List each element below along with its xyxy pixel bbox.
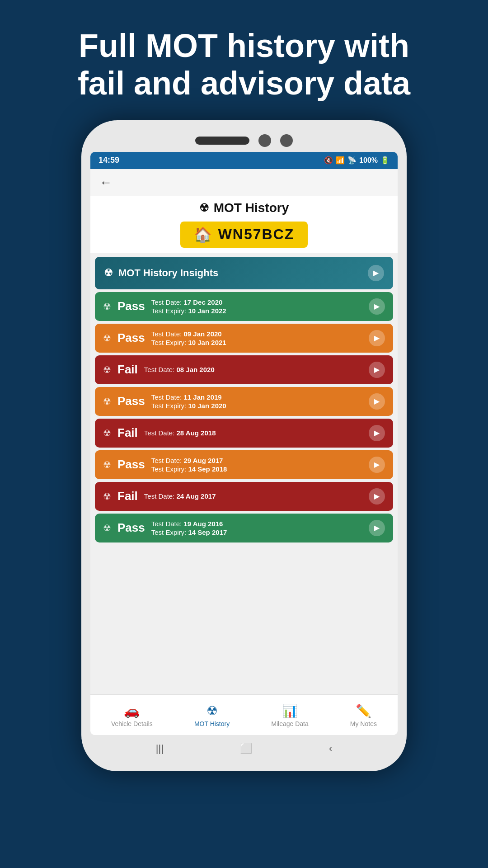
header-line2: fail and advisory data: [78, 65, 410, 102]
mot-radiation-icon-3: ☢: [103, 396, 111, 407]
mot-dates-2: Test Date: 08 Jan 2020: [144, 366, 215, 373]
nav-vehicle-details-label: Vehicle Details: [111, 720, 153, 727]
mot-dates-4: Test Date: 28 Aug 2018: [144, 429, 216, 437]
radiation-icon-title: ☢: [199, 202, 209, 214]
mot-test-date-4: Test Date: 28 Aug 2018: [144, 429, 216, 437]
mot-play-button-7[interactable]: ▶: [369, 520, 385, 536]
mot-expiry-0: Test Expiry: 10 Jan 2022: [151, 307, 226, 315]
recents-gesture[interactable]: ‹: [329, 743, 332, 755]
camera-dot: [258, 134, 271, 147]
phone-screen: 14:59 🔇 📶 📡 100% 🔋 ← ☢ MOT History: [90, 152, 398, 735]
mot-record-left-4: ☢FailTest Date: 28 Aug 2018: [103, 426, 216, 440]
signal-icon: 📡: [347, 156, 357, 165]
plate-area: 🏠 WN57BCZ: [90, 219, 398, 253]
mot-play-button-5[interactable]: ▶: [369, 457, 385, 473]
mot-result-3: Pass: [117, 394, 145, 408]
plate-icon: 🏠: [194, 226, 213, 243]
battery-icon: 🔋: [380, 156, 389, 165]
mot-record-7[interactable]: ☢PassTest Date: 19 Aug 2016Test Expiry: …: [95, 514, 393, 542]
plate-text: WN57BCZ: [218, 226, 295, 243]
phone-frame: 14:59 🔇 📶 📡 100% 🔋 ← ☢ MOT History: [81, 120, 407, 771]
mot-radiation-icon-7: ☢: [103, 523, 111, 533]
mot-result-1: Pass: [117, 331, 145, 345]
mot-test-date-0: Test Date: 17 Dec 2020: [151, 298, 226, 306]
status-bar: 14:59 🔇 📶 📡 100% 🔋: [90, 152, 398, 169]
mot-play-button-2[interactable]: ▶: [369, 362, 385, 378]
mot-record-left-0: ☢PassTest Date: 17 Dec 2020Test Expiry: …: [103, 298, 226, 315]
insights-text: MOT History Insights: [118, 267, 218, 279]
page-title: ☢ MOT History: [99, 201, 389, 215]
mot-test-date-3: Test Date: 11 Jan 2019: [151, 393, 226, 401]
mot-play-button-6[interactable]: ▶: [369, 488, 385, 505]
mot-result-5: Pass: [117, 458, 145, 472]
mot-radiation-icon-0: ☢: [103, 301, 111, 312]
mot-result-7: Pass: [117, 521, 145, 535]
mot-result-4: Fail: [117, 426, 138, 440]
mot-cards-container: ☢PassTest Date: 17 Dec 2020Test Expiry: …: [95, 292, 393, 542]
mot-record-2[interactable]: ☢FailTest Date: 08 Jan 2020▶: [95, 355, 393, 384]
wifi-icon: 📶: [336, 156, 345, 165]
mot-record-left-6: ☢FailTest Date: 24 Aug 2017: [103, 489, 216, 503]
mot-test-date-1: Test Date: 09 Jan 2020: [151, 330, 226, 338]
battery-label: 100%: [359, 156, 378, 165]
mot-play-button-1[interactable]: ▶: [369, 330, 385, 346]
mot-dates-0: Test Date: 17 Dec 2020Test Expiry: 10 Ja…: [151, 298, 226, 315]
vehicle-plate: 🏠 WN57BCZ: [180, 222, 308, 248]
nav-my-notes[interactable]: ✏️ My Notes: [350, 703, 377, 727]
mot-radiation-icon-6: ☢: [103, 491, 111, 502]
mot-result-2: Fail: [117, 363, 138, 377]
bottom-nav: 🚗 Vehicle Details ☢ MOT History 📊 Mileag…: [90, 694, 398, 735]
mot-test-date-5: Test Date: 29 Aug 2017: [151, 457, 227, 464]
mot-record-5[interactable]: ☢PassTest Date: 29 Aug 2017Test Expiry: …: [95, 450, 393, 479]
mot-expiry-3: Test Expiry: 10 Jan 2020: [151, 402, 226, 410]
phone-bottom: ||| ⬜ ‹: [90, 735, 398, 762]
insights-play-button[interactable]: ▶: [368, 265, 384, 281]
car-icon: 🚗: [124, 703, 140, 718]
mot-play-button-4[interactable]: ▶: [369, 425, 385, 441]
insights-radiation-icon: ☢: [104, 267, 113, 279]
header-line1: Full MOT history with: [78, 27, 410, 65]
speaker-bar: [195, 137, 249, 145]
phone-top: [90, 129, 398, 152]
mot-record-6[interactable]: ☢FailTest Date: 24 Aug 2017▶: [95, 482, 393, 511]
page-title-text: MOT History: [214, 201, 289, 215]
status-time: 14:59: [99, 156, 119, 165]
mot-expiry-1: Test Expiry: 10 Jan 2021: [151, 339, 226, 346]
status-right: 🔇 📶 📡 100% 🔋: [324, 156, 389, 165]
mot-record-left-7: ☢PassTest Date: 19 Aug 2016Test Expiry: …: [103, 520, 227, 536]
nav-mot-history[interactable]: ☢ MOT History: [194, 703, 230, 727]
chart-icon: 📊: [282, 703, 298, 718]
back-gesture[interactable]: |||: [156, 743, 164, 755]
nav-vehicle-details[interactable]: 🚗 Vehicle Details: [111, 703, 153, 727]
camera-dot-2: [280, 134, 293, 147]
mot-dates-3: Test Date: 11 Jan 2019Test Expiry: 10 Ja…: [151, 393, 226, 410]
mot-record-0[interactable]: ☢PassTest Date: 17 Dec 2020Test Expiry: …: [95, 292, 393, 321]
mot-test-date-6: Test Date: 24 Aug 2017: [144, 492, 216, 500]
mot-record-left-1: ☢PassTest Date: 09 Jan 2020Test Expiry: …: [103, 330, 226, 346]
mot-dates-6: Test Date: 24 Aug 2017: [144, 492, 216, 500]
nav-back-bar: ←: [90, 169, 398, 196]
mute-icon: 🔇: [324, 156, 333, 165]
home-gesture[interactable]: ⬜: [240, 743, 252, 755]
mot-record-4[interactable]: ☢FailTest Date: 28 Aug 2018▶: [95, 419, 393, 448]
mot-dates-5: Test Date: 29 Aug 2017Test Expiry: 14 Se…: [151, 457, 227, 473]
mot-play-button-3[interactable]: ▶: [369, 393, 385, 410]
back-button[interactable]: ←: [99, 175, 112, 190]
page-title-area: ☢ MOT History: [90, 196, 398, 219]
mot-radiation-icon-5: ☢: [103, 459, 111, 470]
page-header: Full MOT history with fail and advisory …: [51, 0, 437, 120]
screen-content: ☢ MOT History 🏠 WN57BCZ ☢ MOT History In…: [90, 196, 398, 694]
nav-mileage-data[interactable]: 📊 Mileage Data: [271, 703, 309, 727]
mot-record-left-5: ☢PassTest Date: 29 Aug 2017Test Expiry: …: [103, 457, 227, 473]
mot-record-1[interactable]: ☢PassTest Date: 09 Jan 2020Test Expiry: …: [95, 324, 393, 353]
mot-record-left-3: ☢PassTest Date: 11 Jan 2019Test Expiry: …: [103, 393, 226, 410]
mot-test-date-2: Test Date: 08 Jan 2020: [144, 366, 215, 373]
mot-expiry-7: Test Expiry: 14 Sep 2017: [151, 528, 227, 536]
mot-record-3[interactable]: ☢PassTest Date: 11 Jan 2019Test Expiry: …: [95, 387, 393, 416]
mot-expiry-5: Test Expiry: 14 Sep 2018: [151, 465, 227, 473]
insights-label: ☢ MOT History Insights: [104, 267, 218, 279]
mot-play-button-0[interactable]: ▶: [369, 298, 385, 315]
insights-card[interactable]: ☢ MOT History Insights ▶: [95, 257, 393, 289]
mot-list: ☢ MOT History Insights ▶ ☢PassTest Date:…: [90, 253, 398, 694]
mot-test-date-7: Test Date: 19 Aug 2016: [151, 520, 227, 528]
